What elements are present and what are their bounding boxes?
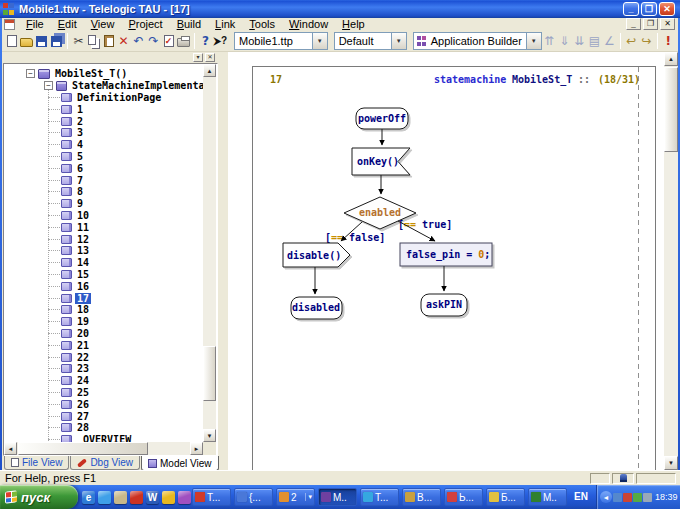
import-up-button[interactable]: ⇈ xyxy=(542,32,557,50)
menu-item-tools[interactable]: Tools xyxy=(242,18,282,31)
tree-page-23[interactable]: 23 xyxy=(61,363,91,374)
ie-icon[interactable]: e xyxy=(82,491,95,504)
tab-dbg-view[interactable]: Dbg View xyxy=(70,456,140,470)
tree-page-_OVERVIEW[interactable]: _OVERVIEW xyxy=(61,434,133,442)
language-indicator[interactable]: EN xyxy=(574,491,588,502)
context-help-button[interactable]: ⮞? xyxy=(213,32,228,50)
tree-page-8[interactable]: 8 xyxy=(61,186,85,197)
tree-page-13[interactable]: 13 xyxy=(61,245,91,256)
paint-icon[interactable] xyxy=(178,491,191,504)
tree-root-label[interactable]: MobileSt_T() xyxy=(53,68,129,79)
tree-page-17[interactable]: 17 xyxy=(61,293,91,304)
tree-page-14[interactable]: 14 xyxy=(61,257,91,268)
scroll-down-icon[interactable]: ▼ xyxy=(664,456,678,470)
media-icon[interactable] xyxy=(162,491,175,504)
maximize-button[interactable]: ❐ xyxy=(641,2,657,16)
tree-page-7[interactable]: 7 xyxy=(61,175,85,186)
import-both-button[interactable]: ⇊ xyxy=(572,32,587,50)
tree-page-19[interactable]: 19 xyxy=(61,316,91,327)
tray-chevron-icon[interactable]: ◄ xyxy=(600,491,612,503)
cut-button[interactable]: ✂ xyxy=(71,32,86,50)
collapse-icon[interactable]: − xyxy=(44,81,53,90)
tree-page-21[interactable]: 21 xyxy=(61,340,91,351)
open-button[interactable] xyxy=(19,32,34,50)
menu-item-file[interactable]: File xyxy=(19,18,51,31)
print-button[interactable] xyxy=(176,32,191,50)
chevron-down-icon[interactable]: ▼ xyxy=(526,33,541,49)
task-window-8[interactable]: Б... xyxy=(486,488,525,506)
task-internet[interactable]: Т... xyxy=(360,488,399,506)
tau-quick-icon[interactable] xyxy=(130,491,143,504)
tree-page-12[interactable]: 12 xyxy=(61,234,91,245)
menu-item-window[interactable]: Window xyxy=(282,18,335,31)
tree-page-20[interactable]: 20 xyxy=(61,328,91,339)
builder-combobox[interactable]: Application Builder ▼ xyxy=(413,32,542,50)
tree-implementation-label[interactable]: StateMachineImplementation c xyxy=(70,80,203,91)
close-button[interactable]: ✕ xyxy=(659,2,675,16)
tree-page-5[interactable]: 5 xyxy=(61,151,85,162)
chevron-down-icon[interactable]: ▼ xyxy=(391,33,406,49)
tree-page-28[interactable]: 28 xyxy=(61,422,91,433)
dropdown-arrow-icon[interactable]: ▾ xyxy=(305,493,312,501)
document-system-icon[interactable] xyxy=(4,19,15,30)
tray-antivirus-icon[interactable] xyxy=(623,493,632,502)
task-tau-document[interactable]: Т... xyxy=(192,488,231,506)
messenger-icon[interactable] xyxy=(98,491,111,504)
scroll-right-icon[interactable]: ► xyxy=(190,442,203,455)
navigate-forward-button[interactable]: ↪ xyxy=(639,32,654,50)
sheet-button[interactable]: ▤ xyxy=(587,32,602,50)
tray-matrix-icon[interactable] xyxy=(633,493,642,502)
measure-button[interactable]: ∠ xyxy=(602,32,617,50)
tree-node-implementation[interactable]: − StateMachineImplementation c xyxy=(44,80,203,91)
save-button[interactable] xyxy=(34,32,49,50)
collapse-icon[interactable]: − xyxy=(26,69,35,78)
tree-page-9[interactable]: 9 xyxy=(61,198,85,209)
import-down-button[interactable]: ⇓ xyxy=(557,32,572,50)
tree-page-3[interactable]: 3 xyxy=(61,127,85,138)
tree-page-2[interactable]: 2 xyxy=(61,116,85,127)
tree-page-22[interactable]: 22 xyxy=(61,352,91,363)
tree-page-18[interactable]: 18 xyxy=(61,304,91,315)
mdi-minimize-button[interactable]: _ xyxy=(626,18,641,30)
paste-button[interactable] xyxy=(101,32,116,50)
title-bar[interactable]: Mobile1.ttw - Telelogic TAU - [17] _ ❐ ✕ xyxy=(0,0,680,18)
tray-clock[interactable]: 18:39 xyxy=(655,492,678,502)
task-folder-b[interactable]: В... xyxy=(402,488,441,506)
navigate-back-button[interactable]: ↩ xyxy=(624,32,639,50)
tree-page-6[interactable]: 6 xyxy=(61,163,85,174)
tree-hscrollbar-thumb[interactable] xyxy=(18,442,148,455)
mdi-restore-button[interactable]: ❐ xyxy=(643,18,658,30)
task-code-window[interactable]: {... xyxy=(234,488,273,506)
menu-item-view[interactable]: View xyxy=(84,18,122,31)
diagram-vertical-scrollbar[interactable]: ▲ ▼ xyxy=(664,52,678,470)
redo-button[interactable]: ↷ xyxy=(146,32,161,50)
menu-item-project[interactable]: Project xyxy=(121,18,169,31)
delete-button[interactable]: ✕ xyxy=(116,32,131,50)
tray-display-icon[interactable] xyxy=(643,493,652,502)
undo-button[interactable]: ↶ xyxy=(131,32,146,50)
task-window-9[interactable]: М.. xyxy=(528,488,567,506)
tree-page-10[interactable]: 10 xyxy=(61,210,91,221)
chevron-down-icon[interactable]: ▼ xyxy=(312,33,327,49)
task-window-7[interactable]: Ь... xyxy=(444,488,483,506)
scroll-left-icon[interactable]: ◄ xyxy=(4,442,17,455)
tree-page-DefinitionPage[interactable]: DefinitionPage xyxy=(61,92,163,103)
task-mobile1-tau[interactable]: М.. xyxy=(318,488,357,506)
workspace-menu-button[interactable]: ▾ xyxy=(193,53,203,62)
mdi-close-button[interactable]: ✕ xyxy=(660,18,675,30)
tree-page-25[interactable]: 25 xyxy=(61,387,91,398)
menu-item-help[interactable]: Help xyxy=(335,18,372,31)
build-alert-button[interactable]: ! xyxy=(661,32,676,50)
tree-page-15[interactable]: 15 xyxy=(61,269,91,280)
tree-node-root[interactable]: − MobileSt_T() xyxy=(26,68,129,79)
check-document-button[interactable]: ✓ xyxy=(161,32,176,50)
scroll-up-icon[interactable]: ▲ xyxy=(664,52,678,66)
tab-file-view[interactable]: File View xyxy=(4,456,69,470)
task-group-2[interactable]: 2▾ xyxy=(276,488,315,506)
tree-page-16[interactable]: 16 xyxy=(61,281,91,292)
workspace-close-button[interactable]: ✕ xyxy=(205,53,215,62)
new-button[interactable] xyxy=(4,32,19,50)
configuration-combobox[interactable]: Default ▼ xyxy=(334,32,407,50)
diagram-scrollbar-thumb[interactable] xyxy=(664,67,678,152)
tree-scrollbar-thumb[interactable] xyxy=(203,346,216,401)
